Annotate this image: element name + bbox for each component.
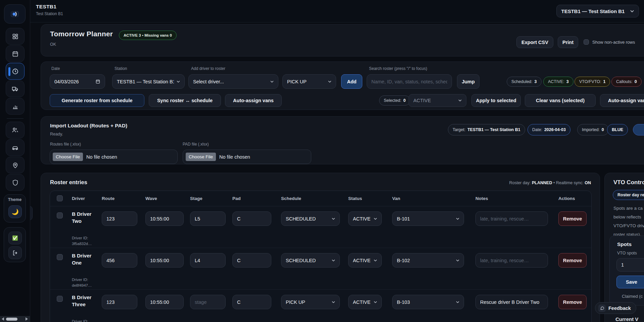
sidebar-item-drivers[interactable] [6, 122, 25, 138]
callouts-count-badge: Callouts:0 [611, 77, 642, 87]
clear-vans-button[interactable]: Clear vans (selected) [525, 94, 596, 107]
remove-button[interactable]: Remove [558, 253, 587, 268]
import-loadout-card: Import Loadout (Routes + PAD) Ready. Tar… [41, 116, 644, 164]
scheduled-label: Scheduled: [511, 79, 533, 84]
stage-input[interactable] [195, 299, 221, 305]
feedback-button[interactable]: Feedback [595, 302, 636, 314]
stage-input[interactable] [195, 258, 221, 263]
sidebar-item-routes[interactable] [6, 80, 25, 97]
status-select[interactable]: ACTIVE [348, 295, 382, 309]
row-checkbox[interactable] [57, 212, 63, 218]
status-select[interactable]: ACTIVE [348, 253, 382, 268]
van-select[interactable]: B-101 [392, 211, 464, 226]
search-input[interactable] [371, 79, 447, 84]
auto-assign-vans-button[interactable]: Auto-assign vans [225, 94, 282, 107]
sidebar-item-calendar[interactable] [6, 45, 25, 62]
feedback-label: Feedback [608, 306, 631, 311]
shift-type-select[interactable]: PICK UP [282, 74, 336, 89]
notes-input-wrap [475, 211, 548, 226]
schedule-select[interactable]: SCHEDULED [281, 253, 340, 268]
imported-count-badge: Imported:0 [577, 124, 609, 135]
vto-save-button[interactable]: Save [616, 276, 644, 288]
truck-icon [11, 85, 19, 92]
sidebar-footer-card: ✅ [4, 227, 26, 262]
van-select[interactable]: B-102 [392, 253, 464, 268]
wave-input[interactable] [150, 216, 179, 222]
scheduled-value: 3 [535, 79, 537, 84]
sidebar-item-admin[interactable] [6, 174, 25, 191]
wave-input-wrap [145, 253, 184, 268]
pad-input[interactable] [237, 258, 267, 263]
apply-to-selected-button[interactable]: Apply to selected [471, 94, 521, 107]
row-checkbox[interactable] [57, 254, 63, 260]
vto-spots-input[interactable] [621, 262, 644, 268]
row-checkbox[interactable] [57, 296, 63, 302]
export-csv-button[interactable]: Export CSV [516, 36, 553, 48]
vto-spots-label: VTO spots [617, 251, 637, 255]
pad-input[interactable] [237, 216, 267, 222]
map-pin-icon [12, 162, 19, 169]
show-nonactive-label: Show non-active rows [592, 40, 635, 45]
bulk-status-select[interactable]: ACTIVE [409, 94, 466, 107]
jump-button[interactable]: Jump [457, 74, 479, 89]
route-input[interactable] [106, 299, 133, 305]
van-select[interactable]: B-103 [392, 295, 464, 309]
driver-select[interactable]: Select driver... [188, 74, 278, 89]
vto-roster-day-pill[interactable]: Roster day re [613, 190, 644, 200]
generate-roster-button[interactable]: Generate roster from schedule [50, 94, 144, 107]
date-input[interactable] [54, 79, 95, 84]
pad-file-input[interactable]: Choose File No file chosen [183, 150, 311, 164]
status-select[interactable]: ACTIVE [348, 211, 382, 226]
routes-file-input[interactable]: Choose File No file chosen [50, 150, 178, 164]
import-target-badge: Target:TESTB1 — Test Station B1 [448, 124, 525, 135]
show-nonactive-checkbox[interactable] [584, 39, 589, 45]
notes-input[interactable] [480, 216, 543, 222]
wave-input-wrap [145, 295, 184, 309]
stage-input-wrap [190, 253, 226, 268]
notes-input[interactable] [480, 258, 543, 263]
schedule-select[interactable]: SCHEDULED [281, 211, 340, 226]
theme-toggle-button[interactable]: 🌙 [8, 205, 22, 218]
scroll-right-icon[interactable] [26, 317, 28, 321]
scrollbar-thumb[interactable] [6, 318, 17, 321]
stage-input[interactable] [195, 216, 221, 222]
print-button[interactable]: Print [558, 36, 578, 48]
chevron-down-icon [458, 99, 462, 102]
top-header: TESTB1 Test Station B1 TESTB1 — Test Sta… [30, 0, 644, 23]
meta-separator: • [553, 180, 555, 185]
choose-file-button[interactable]: Choose File [53, 153, 83, 161]
chevron-down-icon [456, 301, 459, 303]
dashboard-grid-icon [12, 33, 19, 40]
auto-assign-selected-button[interactable]: Auto-assign vans (selected) [600, 94, 644, 107]
target-value: TESTB1 — Test Station B1 [467, 127, 520, 132]
station-select[interactable]: TESTB1 — Test Station B1 [112, 74, 185, 89]
import-date-value: 2026-04-03 [544, 127, 566, 132]
route-input[interactable] [106, 216, 133, 222]
horizontal-scrollbar[interactable] [0, 316, 30, 322]
sidebar-item-analytics[interactable] [6, 98, 25, 115]
bar-chart-icon [12, 103, 19, 110]
route-input[interactable] [106, 258, 133, 263]
add-driver-button[interactable]: Add [341, 74, 362, 89]
sidebar-item-dashboard[interactable] [6, 28, 25, 45]
imported-value: 0 [602, 127, 604, 132]
wave-input[interactable] [150, 258, 179, 263]
remove-button[interactable]: Remove [558, 211, 587, 226]
sync-roster-button[interactable]: Sync roster ↔ schedule [149, 94, 221, 107]
scroll-left-icon[interactable] [2, 317, 4, 321]
sidebar-item-vans[interactable] [6, 139, 25, 156]
sidebar-item-locations[interactable] [6, 157, 25, 173]
app-logo[interactable] [4, 4, 26, 24]
choose-file-button[interactable]: Choose File [186, 153, 216, 161]
schedule-select[interactable]: PICK UP [281, 295, 340, 309]
status-check-button[interactable]: ✅ [8, 232, 22, 244]
roster-table: Driver Route Wave Stage Pad Schedule Sta… [50, 191, 592, 322]
pad-input[interactable] [237, 299, 267, 305]
remove-button[interactable]: Remove [558, 295, 587, 309]
select-all-checkbox[interactable] [57, 195, 63, 201]
logout-button[interactable] [8, 246, 22, 259]
notes-input[interactable] [480, 299, 543, 305]
sidebar-item-planner[interactable] [6, 63, 25, 80]
station-selector[interactable]: TESTB1 — Test Station B1 [556, 5, 639, 17]
wave-input[interactable] [150, 299, 179, 305]
